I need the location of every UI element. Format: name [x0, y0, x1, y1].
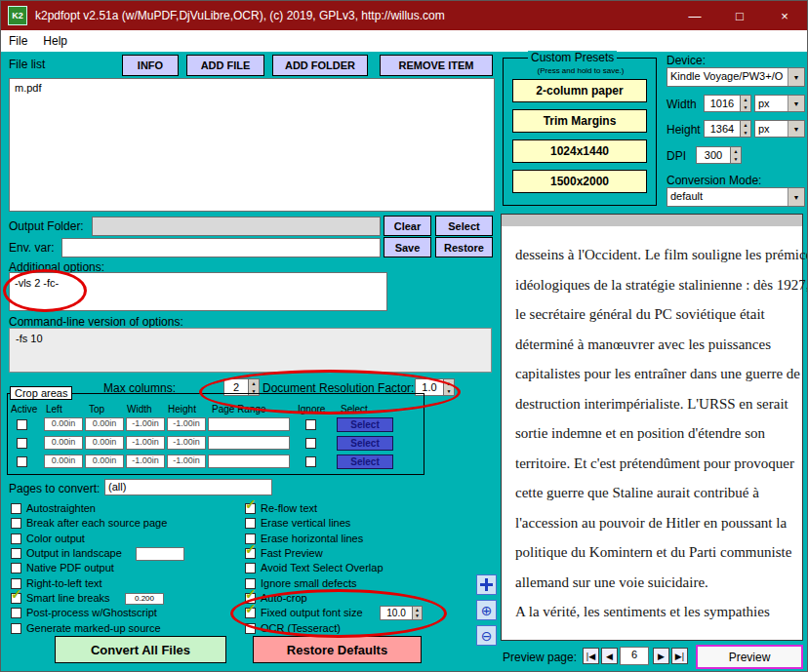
menu-help[interactable]: Help	[35, 30, 75, 52]
preview-button[interactable]: Preview	[696, 645, 803, 669]
spin-down-icon[interactable]: ▼	[444, 387, 454, 395]
crop-width-field[interactable]: -1.00in	[126, 417, 165, 431]
smart-line-breaks-input[interactable]: 0.200	[125, 593, 164, 605]
select-output-button[interactable]: Select	[435, 216, 493, 236]
ocr-checkbox[interactable]	[245, 623, 256, 634]
add-file-button[interactable]: ADD FILE	[186, 55, 264, 76]
spin-down-icon[interactable]: ▼	[741, 129, 750, 137]
env-var-input[interactable]	[61, 238, 381, 257]
crop-ignore-checkbox[interactable]	[305, 419, 316, 430]
menu-file[interactable]: File	[1, 30, 35, 52]
spin-up-icon[interactable]: ▲	[444, 379, 454, 387]
reflow-text-checkbox[interactable]: ✓	[245, 503, 256, 514]
landscape-pages-input[interactable]	[136, 547, 184, 561]
remove-item-button[interactable]: REMOVE ITEM	[380, 55, 493, 76]
save-button[interactable]: Save	[384, 237, 431, 257]
pages-to-convert-input[interactable]: (all)	[104, 479, 272, 495]
erase-vertical-lines-checkbox[interactable]	[245, 518, 256, 529]
color-output-checkbox[interactable]	[11, 534, 21, 544]
crop-ignore-checkbox[interactable]	[305, 438, 316, 449]
spinner-arrows[interactable]: ▲▼	[413, 606, 423, 620]
zoom-out-button[interactable]: ⊖	[476, 625, 497, 646]
crop-left-field[interactable]: 0.00in	[44, 455, 83, 468]
width-spinner[interactable]: 1016 ▲▼	[704, 95, 751, 112]
crop-width-field[interactable]: -1.00in	[126, 455, 165, 468]
add-folder-button[interactable]: ADD FOLDER	[272, 55, 368, 76]
conversion-mode-select[interactable]: default ▼	[667, 187, 805, 207]
crop-left-field[interactable]: 0.00in	[44, 436, 83, 450]
crop-active-checkbox[interactable]	[17, 456, 27, 467]
pan-button[interactable]	[476, 574, 497, 595]
fixed-font-size-spinner[interactable]: 10.0 ▲▼	[380, 606, 423, 620]
crop-left-field[interactable]: 0.00in	[44, 417, 83, 431]
restore-button[interactable]: Restore	[435, 237, 493, 257]
crop-active-checkbox[interactable]	[17, 438, 27, 449]
crop-height-field[interactable]: -1.00in	[167, 436, 206, 450]
crop-select-button[interactable]: Select	[337, 455, 393, 469]
crop-top-field[interactable]: 0.00in	[85, 455, 124, 468]
spin-down-icon[interactable]: ▼	[413, 613, 422, 620]
clear-button[interactable]: Clear	[384, 216, 431, 236]
prev-page-button[interactable]: ◀	[601, 648, 618, 664]
height-value[interactable]: 1364	[704, 120, 741, 138]
avoid-overlap-checkbox[interactable]	[245, 563, 256, 573]
additional-options-input[interactable]: -vls 2 -fc-	[9, 272, 387, 311]
crop-select-button[interactable]: Select	[337, 417, 393, 432]
crop-width-field[interactable]: -1.00in	[126, 436, 165, 450]
restore-defaults-button[interactable]: Restore Defaults	[253, 636, 422, 663]
dpi-spinner[interactable]: 300 ▲▼	[696, 146, 742, 164]
fixed-font-size-checkbox[interactable]: ✓	[245, 608, 256, 618]
dpi-value[interactable]: 300	[696, 146, 731, 164]
height-spinner[interactable]: 1364 ▲▼	[704, 120, 751, 138]
fast-preview-checkbox[interactable]: ✓	[245, 548, 256, 559]
output-folder-input[interactable]	[92, 217, 381, 236]
next-page-button[interactable]: ▶	[653, 648, 669, 664]
preset-1024x1440-button[interactable]: 1024x1440	[512, 139, 647, 163]
device-select[interactable]: Kindle Voyage/PW3+/O ▼	[667, 67, 805, 87]
native-pdf-checkbox[interactable]	[11, 563, 21, 573]
maximize-icon[interactable]: □	[717, 1, 762, 30]
spinner-arrows[interactable]: ▲▼	[741, 95, 751, 112]
first-page-button[interactable]: |◀	[583, 648, 599, 664]
spin-up-icon[interactable]: ▲	[249, 379, 259, 387]
crop-top-field[interactable]: 0.00in	[85, 417, 124, 431]
chevron-down-icon[interactable]: ▼	[788, 188, 804, 206]
list-item[interactable]: m.pdf	[15, 82, 489, 94]
preset-trim-margins-button[interactable]: Trim Margins	[512, 109, 647, 133]
smart-line-breaks-checkbox[interactable]: ✓	[11, 593, 21, 604]
info-button[interactable]: INFO	[122, 55, 179, 76]
preset-1500x2000-button[interactable]: 1500x2000	[512, 170, 647, 193]
spinner-arrows[interactable]: ▲▼	[731, 146, 742, 164]
minimize-icon[interactable]: —	[672, 1, 717, 30]
height-unit-select[interactable]: px ▼	[754, 120, 805, 138]
autostraighten-checkbox[interactable]	[11, 503, 21, 514]
crop-page-range-field[interactable]	[208, 417, 290, 431]
preset-2column-button[interactable]: 2-column paper	[512, 79, 647, 102]
ghostscript-checkbox[interactable]	[11, 608, 21, 618]
crop-height-field[interactable]: -1.00in	[167, 455, 206, 468]
crop-page-range-field[interactable]	[208, 455, 290, 468]
spin-down-icon[interactable]: ▼	[741, 103, 750, 111]
crop-top-field[interactable]: 0.00in	[85, 436, 124, 450]
page-number-input[interactable]: 6	[620, 647, 649, 665]
spin-down-icon[interactable]: ▼	[731, 155, 741, 163]
chevron-down-icon[interactable]: ▼	[788, 68, 804, 86]
spin-up-icon[interactable]: ▲	[731, 147, 741, 155]
width-unit-select[interactable]: px ▼	[754, 95, 805, 112]
spin-up-icon[interactable]: ▲	[741, 121, 750, 129]
spin-up-icon[interactable]: ▲	[741, 96, 750, 103]
close-icon[interactable]: ×	[762, 1, 807, 30]
crop-page-range-field[interactable]	[208, 436, 290, 450]
convert-all-files-button[interactable]: Convert All Files	[55, 636, 226, 663]
crop-select-button[interactable]: Select	[337, 436, 393, 451]
file-list-box[interactable]: m.pdf	[9, 78, 495, 212]
chevron-down-icon[interactable]: ▼	[788, 121, 804, 137]
spinner-arrows[interactable]: ▲▼	[741, 120, 751, 138]
break-after-page-checkbox[interactable]	[11, 518, 21, 529]
crop-height-field[interactable]: -1.00in	[167, 417, 206, 431]
marked-up-source-checkbox[interactable]	[11, 623, 21, 634]
last-page-button[interactable]: ▶|	[671, 648, 688, 664]
fixed-font-size-value[interactable]: 10.0	[380, 606, 413, 620]
zoom-in-button[interactable]: ⊕	[476, 600, 497, 620]
spinner-arrows[interactable]: ▲▼	[444, 378, 455, 396]
